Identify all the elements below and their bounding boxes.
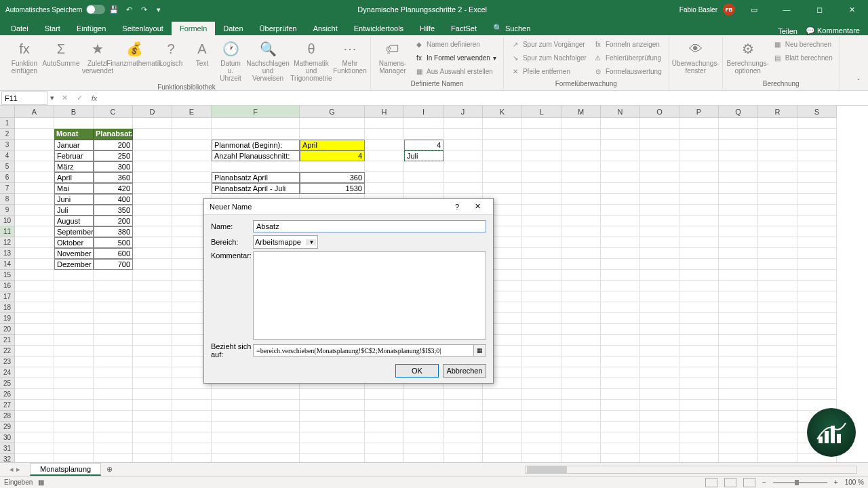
cell[interactable] bbox=[601, 400, 640, 411]
col-header[interactable]: H bbox=[365, 106, 404, 118]
select-all-corner[interactable] bbox=[0, 106, 15, 118]
cell[interactable] bbox=[15, 367, 54, 378]
cell[interactable] bbox=[522, 183, 561, 194]
cell[interactable] bbox=[679, 432, 719, 443]
cell[interactable] bbox=[212, 118, 300, 129]
cell[interactable] bbox=[54, 378, 94, 389]
cell[interactable] bbox=[758, 389, 797, 400]
cell[interactable] bbox=[640, 313, 679, 324]
row-header[interactable]: 20 bbox=[0, 324, 15, 335]
row-header[interactable]: 3 bbox=[0, 140, 15, 150]
col-header[interactable]: N bbox=[601, 106, 640, 118]
cell[interactable] bbox=[561, 237, 601, 248]
scope-select[interactable]: Arbeitsmappe ▼ bbox=[253, 235, 318, 249]
cell[interactable] bbox=[212, 161, 300, 172]
cell[interactable] bbox=[719, 411, 758, 422]
cell[interactable] bbox=[679, 443, 719, 454]
cell[interactable] bbox=[640, 411, 679, 422]
error-check-button[interactable]: ⚠Fehlerüberprüfung bbox=[591, 52, 665, 64]
cell[interactable] bbox=[561, 313, 601, 324]
col-header[interactable]: I bbox=[404, 106, 443, 118]
col-header[interactable]: E bbox=[172, 106, 212, 118]
cell[interactable] bbox=[758, 422, 797, 432]
cell[interactable] bbox=[404, 422, 443, 432]
cell[interactable] bbox=[679, 389, 719, 400]
cell[interactable] bbox=[404, 118, 443, 129]
cell[interactable] bbox=[133, 172, 172, 183]
cell[interactable] bbox=[483, 422, 522, 432]
cell[interactable] bbox=[640, 422, 679, 432]
cell[interactable] bbox=[522, 346, 561, 357]
tab-factset[interactable]: FactSet bbox=[443, 22, 485, 35]
cell[interactable] bbox=[601, 129, 640, 140]
row-header[interactable]: 30 bbox=[0, 432, 15, 443]
row-header[interactable]: 17 bbox=[0, 291, 15, 302]
cell[interactable]: 400 bbox=[94, 194, 133, 205]
cell[interactable] bbox=[561, 226, 601, 237]
tab-help[interactable]: Hilfe bbox=[412, 22, 443, 35]
cell[interactable] bbox=[601, 302, 640, 313]
cell[interactable] bbox=[719, 270, 758, 281]
cell[interactable] bbox=[758, 346, 797, 357]
sheet-tab[interactable]: Monatsplanung bbox=[30, 463, 101, 476]
col-header[interactable]: M bbox=[561, 106, 601, 118]
cell[interactable] bbox=[54, 432, 94, 443]
cell[interactable] bbox=[679, 422, 719, 432]
cell[interactable] bbox=[404, 411, 443, 422]
cell[interactable] bbox=[443, 129, 483, 140]
row-header[interactable]: 31 bbox=[0, 443, 15, 454]
cell[interactable] bbox=[797, 172, 837, 183]
use-in-formula-button[interactable]: fxIn Formel verwenden ▾ bbox=[412, 52, 499, 64]
cell[interactable] bbox=[15, 140, 54, 150]
cell[interactable] bbox=[758, 183, 797, 194]
more-fn-button[interactable]: ⋯Mehr Funktionen bbox=[334, 38, 366, 76]
cell[interactable] bbox=[640, 357, 679, 367]
cell[interactable] bbox=[133, 346, 172, 357]
fx-icon[interactable]: fx bbox=[87, 94, 102, 102]
cell[interactable] bbox=[758, 443, 797, 454]
cell[interactable] bbox=[758, 357, 797, 367]
zoom-level[interactable]: 100 % bbox=[845, 479, 864, 486]
cell[interactable] bbox=[54, 422, 94, 432]
cell[interactable]: 360 bbox=[94, 172, 133, 183]
comments-button[interactable]: 💬 Kommentare bbox=[806, 26, 860, 35]
cell[interactable] bbox=[719, 443, 758, 454]
minimize-icon[interactable]: — bbox=[773, 0, 800, 19]
col-header[interactable]: B bbox=[54, 106, 94, 118]
cell[interactable]: Juli bbox=[404, 150, 443, 161]
cell[interactable] bbox=[719, 205, 758, 216]
cell[interactable] bbox=[404, 389, 443, 400]
cell[interactable] bbox=[15, 422, 54, 432]
help-button[interactable]: ? bbox=[447, 203, 467, 211]
cell[interactable] bbox=[719, 118, 758, 129]
cancel-button[interactable]: Abbrechen bbox=[443, 364, 486, 378]
cell[interactable] bbox=[133, 432, 172, 443]
row-header[interactable]: 1 bbox=[0, 118, 15, 129]
cell[interactable] bbox=[561, 378, 601, 389]
cell[interactable] bbox=[601, 324, 640, 335]
cell[interactable] bbox=[483, 400, 522, 411]
cell[interactable] bbox=[404, 183, 443, 194]
row-header[interactable]: 22 bbox=[0, 346, 15, 357]
cell[interactable] bbox=[601, 346, 640, 357]
col-header[interactable]: Q bbox=[719, 106, 758, 118]
cell[interactable] bbox=[54, 411, 94, 422]
cell[interactable] bbox=[679, 194, 719, 205]
cell[interactable] bbox=[561, 291, 601, 302]
cell[interactable] bbox=[758, 259, 797, 270]
row-header[interactable]: 14 bbox=[0, 259, 15, 270]
cell[interactable] bbox=[133, 367, 172, 378]
cell[interactable] bbox=[94, 367, 133, 378]
evaluate-button[interactable]: ⊙Formelauswertung bbox=[591, 65, 665, 77]
col-header[interactable]: K bbox=[483, 106, 522, 118]
cell[interactable] bbox=[679, 140, 719, 150]
cell[interactable]: Dezember bbox=[54, 259, 94, 270]
cell[interactable]: 420 bbox=[94, 183, 133, 194]
cell[interactable] bbox=[640, 400, 679, 411]
cell[interactable] bbox=[758, 432, 797, 443]
cell[interactable] bbox=[443, 432, 483, 443]
cell[interactable] bbox=[522, 118, 561, 129]
cell[interactable] bbox=[300, 129, 365, 140]
cell[interactable] bbox=[797, 140, 837, 150]
cell[interactable] bbox=[172, 172, 212, 183]
